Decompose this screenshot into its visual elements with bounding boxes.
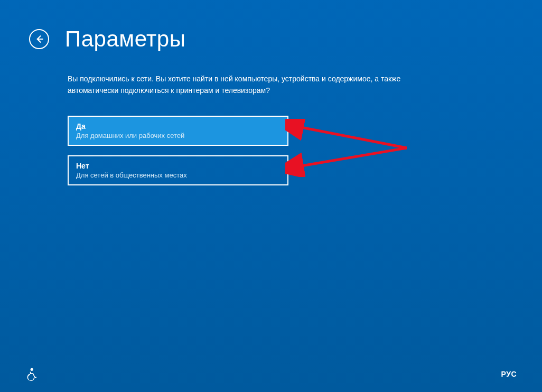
accessibility-button[interactable] — [25, 367, 40, 381]
svg-point-4 — [31, 368, 33, 371]
option-no-subtitle: Для сетей в общественных местах — [76, 171, 280, 179]
back-button[interactable] — [29, 29, 49, 49]
accessibility-icon — [25, 367, 40, 381]
arrow-left-icon — [34, 34, 44, 44]
content-area: Вы подключились к сети. Вы хотите найти … — [0, 52, 412, 185]
footer: РУС — [0, 367, 542, 381]
option-no[interactable]: Нет Для сетей в общественных местах — [68, 155, 288, 185]
option-yes-title: Да — [76, 122, 280, 130]
header: Параметры — [0, 0, 542, 52]
option-yes-subtitle: Для домашних или рабочих сетей — [76, 132, 280, 139]
page-title: Параметры — [65, 26, 185, 52]
language-indicator[interactable]: РУС — [501, 370, 517, 378]
option-no-title: Нет — [76, 162, 280, 170]
option-yes[interactable]: Да Для домашних или рабочих сетей — [68, 116, 288, 146]
description-text: Вы подключились к сети. Вы хотите найти … — [68, 73, 412, 97]
